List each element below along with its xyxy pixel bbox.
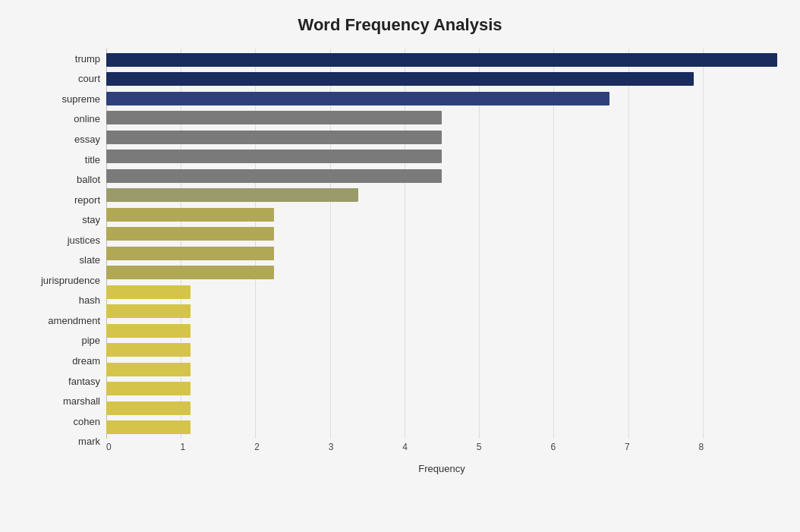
bar-row <box>106 303 777 320</box>
bar-row <box>106 90 777 107</box>
x-tick: 7 <box>625 442 704 452</box>
bar <box>106 92 609 105</box>
x-tick: 2 <box>254 442 333 452</box>
bar-row <box>106 187 777 203</box>
y-labels: trumpcourtsupremeonlineessaytitleballotr… <box>23 49 106 474</box>
bars-list <box>106 49 777 439</box>
x-tick: 1 <box>181 442 260 452</box>
bar <box>106 72 694 86</box>
bar-row <box>106 225 777 242</box>
y-label: title <box>85 150 100 168</box>
chart-area: trumpcourtsupremeonlineessaytitleballotr… <box>23 49 777 474</box>
y-label: justices <box>68 231 100 249</box>
x-tick: 5 <box>477 442 556 452</box>
bar-row <box>106 206 777 223</box>
y-label: stay <box>82 211 100 229</box>
bar <box>106 363 191 376</box>
bar <box>106 247 274 260</box>
y-label: trump <box>75 49 100 68</box>
bar <box>106 208 274 222</box>
bar-row <box>106 323 777 339</box>
bar <box>106 382 191 395</box>
bar-row <box>106 264 777 281</box>
y-label: cohen <box>74 412 100 430</box>
bars-and-x: 012345678 Frequency <box>106 49 777 474</box>
x-tick: 8 <box>699 442 778 452</box>
bar <box>106 169 442 183</box>
y-label: marshall <box>63 392 100 411</box>
bar-row <box>106 419 777 436</box>
chart-title: Word Frequency Analysis <box>23 15 777 35</box>
y-label: supreme <box>61 90 100 108</box>
bar <box>106 343 191 357</box>
bar-row <box>106 284 777 301</box>
bar-row <box>106 245 777 262</box>
x-tick: 0 <box>106 442 185 452</box>
x-tick: 4 <box>402 442 481 452</box>
bar-row <box>106 168 777 184</box>
bar-row <box>106 380 777 397</box>
bar-row <box>106 52 777 68</box>
bar <box>106 324 191 338</box>
y-label: pipe <box>81 332 100 350</box>
x-axis-label: Frequency <box>106 463 777 474</box>
bar-row <box>106 109 777 126</box>
bar-row <box>106 148 777 165</box>
bar <box>106 227 274 241</box>
x-tick: 6 <box>550 442 629 452</box>
y-label: ballot <box>77 171 100 189</box>
bar-row <box>106 400 777 417</box>
y-label: amendment <box>48 311 100 329</box>
bar-row <box>106 342 777 358</box>
y-label: mark <box>78 433 100 451</box>
y-label: fantasy <box>68 372 100 390</box>
y-label: report <box>74 190 100 209</box>
y-label: online <box>74 110 100 128</box>
bar <box>106 285 191 299</box>
bar <box>106 111 442 124</box>
bar <box>106 304 191 318</box>
x-axis: 012345678 <box>106 439 777 461</box>
bar <box>106 150 442 163</box>
y-label: hash <box>79 291 100 310</box>
bar <box>106 420 191 434</box>
x-tick: 3 <box>329 442 408 452</box>
chart-container: Word Frequency Analysis trumpcourtsuprem… <box>0 0 800 532</box>
bars-area <box>106 49 777 439</box>
bar-row <box>106 71 777 87</box>
y-label: jurisprudence <box>41 271 100 289</box>
y-label: essay <box>74 130 100 148</box>
bar <box>106 266 274 279</box>
bar-row <box>106 129 777 146</box>
bar <box>106 188 358 202</box>
bar <box>106 401 191 415</box>
y-label: court <box>78 70 100 88</box>
y-label: slate <box>80 251 100 269</box>
bar <box>106 131 442 144</box>
bar-row <box>106 361 777 378</box>
y-label: dream <box>72 351 100 370</box>
bar <box>106 53 777 67</box>
